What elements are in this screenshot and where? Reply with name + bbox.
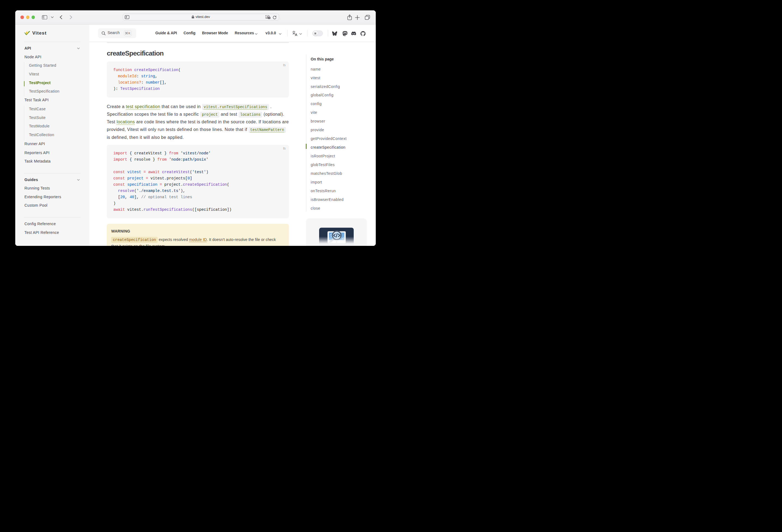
svg-text:文: 文 [268,17,270,19]
svg-text:A: A [295,33,297,36]
